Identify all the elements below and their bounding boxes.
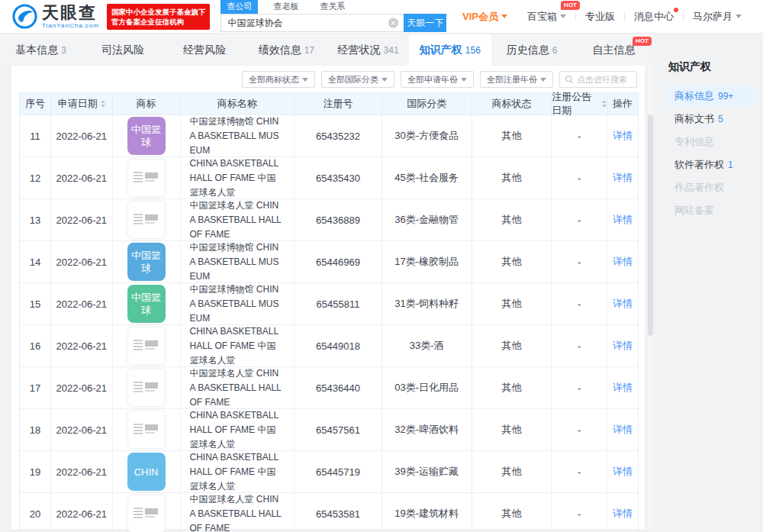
cell-index: 18	[20, 409, 51, 450]
sort-arrows-icon[interactable]	[602, 100, 607, 108]
sidebar-item-label: 商标文书	[674, 112, 714, 126]
search-button[interactable]: 天眼一下	[404, 14, 446, 32]
cell-trademark-name: 中国篮球名人堂 CHINA BASKETBALL HALL OF FAME	[181, 367, 295, 408]
menu-messages[interactable]: 消息中心	[625, 10, 683, 24]
cell-pub-date: -	[552, 157, 607, 198]
detail-link[interactable]: 详情	[613, 171, 633, 185]
detail-link[interactable]: 详情	[613, 213, 633, 227]
cell-index: 12	[20, 157, 51, 198]
trademark-image[interactable]: 中国篮球	[127, 243, 166, 281]
section-tab[interactable]: 基本信息 3	[0, 34, 82, 66]
detail-link[interactable]: 详情	[613, 339, 633, 353]
filter-dropdown[interactable]: 全部商标状态	[242, 71, 315, 88]
section-tab[interactable]: 经营状况 341	[327, 34, 409, 66]
sidebar-item[interactable]: 商标文书 5	[668, 109, 755, 129]
cell-trademark-name: CHINA BASKETBALL HALL OF FAME 中国篮球名人堂	[181, 409, 295, 450]
chevron-down-icon	[560, 15, 566, 18]
cell-intl-class: 03类-日化用品	[382, 367, 472, 408]
col-pub-date[interactable]: 注册公告日期	[552, 93, 607, 114]
filter-search-box[interactable]	[559, 71, 637, 88]
menu-user[interactable]: 马尔萨月	[684, 10, 751, 24]
col-status: 商标状态	[472, 93, 552, 114]
trademark-image[interactable]: 中国篮球	[127, 285, 166, 323]
detail-link[interactable]: 详情	[613, 465, 633, 479]
cell-trademark-name: 中国篮球博物馆 CHINA BASKETBALL MUSEUM	[181, 115, 295, 156]
search-tab-boss[interactable]: 查老板	[267, 0, 304, 14]
search-tab-relation[interactable]: 查关系	[314, 0, 351, 14]
scrollbar-thumb[interactable]	[648, 114, 653, 336]
filter-dropdown-label: 全部注册年份	[487, 74, 537, 85]
table-row: 12 2022-06-21 CHINA BASKETBALL HALL OF F…	[20, 156, 638, 198]
filter-dropdown[interactable]: 全部国际分类	[321, 71, 394, 88]
cell-pub-date: -	[552, 493, 607, 532]
cell-apply-date: 2022-06-21	[51, 451, 113, 492]
cell-apply-date: 2022-06-21	[51, 367, 113, 408]
filter-dropdown-label: 全部申请年份	[407, 74, 458, 85]
menu-pro[interactable]: 专业版	[576, 10, 624, 24]
detail-link[interactable]: 详情	[613, 255, 633, 269]
trademark-image[interactable]	[127, 411, 166, 449]
cell-trademark-name: 中国篮球名人堂 CHINA BASKETBALL HALL OF FAME	[181, 199, 295, 240]
cell-trademark	[113, 157, 181, 198]
trademark-image[interactable]	[127, 159, 166, 197]
cell-apply-date: 2022-06-21	[51, 283, 113, 324]
search-input[interactable]	[221, 14, 404, 32]
col-trademark-name: 商标名称	[180, 93, 295, 114]
sidebar-items: 商标信息 99+ 商标文书 5 专利信息 软件著作权 1 作品著作权 网站备案	[668, 86, 755, 221]
sidebar-item[interactable]: 专利信息	[668, 132, 755, 152]
cell-trademark-name: CHINA BASKETBALL HALL OF FAME 中国篮球名人堂	[181, 157, 295, 198]
cell-pub-date: -	[552, 451, 607, 492]
cell-apply-date: 2022-06-21	[51, 325, 113, 366]
trademark-image[interactable]: CHIN	[127, 453, 166, 491]
clear-icon[interactable]	[388, 18, 398, 28]
tab-count: 341	[384, 45, 399, 56]
section-tab[interactable]: 经营风险	[164, 34, 246, 66]
cell-index: 11	[20, 115, 51, 156]
cell-status: 其他	[472, 157, 552, 198]
cell-trademark-name: CHINA BASKETBALL HALL OF FAME 中国篮球名人堂	[181, 451, 295, 492]
sidebar-item[interactable]: 软件著作权 1	[668, 155, 755, 175]
cell-status: 其他	[472, 367, 552, 408]
detail-link[interactable]: 详情	[613, 129, 633, 143]
sort-arrows-icon[interactable]	[101, 100, 105, 108]
menu-toolbox[interactable]: HOT百宝箱	[518, 10, 575, 24]
trademark-image[interactable]	[127, 369, 166, 407]
section-tab[interactable]: 知识产权 156	[409, 34, 491, 66]
cell-pub-date: -	[552, 367, 607, 408]
trademark-image[interactable]: 中国篮球	[127, 117, 166, 155]
filter-row: 全部商标状态 全部国际分类 全部申请年份 全部注册年份	[11, 66, 645, 88]
tab-label: 经营状况	[338, 44, 381, 57]
section-tab[interactable]: 绩效信息 17	[246, 34, 327, 66]
cell-intl-class: 17类-橡胶制品	[382, 241, 472, 282]
vertical-scrollbar	[648, 66, 653, 529]
section-tab[interactable]: 司法风险	[82, 34, 163, 66]
sidebar-item[interactable]: 网站备案	[668, 201, 755, 221]
search-block: 查公司 查老板 查关系 天眼一下	[221, 1, 446, 32]
section-tab[interactable]: 自主信息 HOT	[573, 34, 655, 66]
trademark-image[interactable]	[127, 327, 166, 365]
detail-link[interactable]: 详情	[613, 297, 633, 311]
filter-search-input[interactable]	[577, 75, 632, 84]
site-logo[interactable]: 天眼查 TianYanCha.com	[12, 4, 99, 29]
detail-link[interactable]: 详情	[613, 381, 633, 395]
filter-dropdown[interactable]: 全部申请年份	[401, 71, 474, 88]
search-tab-company[interactable]: 查公司	[221, 0, 258, 14]
col-trademark: 商标	[113, 93, 181, 114]
cell-trademark: 中国篮球	[113, 115, 181, 156]
cell-index: 13	[20, 199, 51, 240]
trademark-placeholder-art	[134, 170, 159, 185]
sidebar-item[interactable]: 商标信息 99+	[668, 86, 755, 106]
detail-link[interactable]: 详情	[613, 423, 633, 437]
table-row: 11 2022-06-21 中国篮球 中国篮球博物馆 CHINA BASKETB…	[20, 114, 638, 156]
cell-trademark-name: 中国篮球名人堂 CHINA BASKETBALL HALL OF FAME	[181, 493, 295, 532]
sidebar-item[interactable]: 作品著作权	[668, 178, 755, 198]
detail-link[interactable]: 详情	[613, 507, 633, 521]
menu-vip[interactable]: VIP会员	[453, 10, 510, 24]
section-tab[interactable]: 历史信息 6	[491, 34, 573, 66]
trademark-image[interactable]	[127, 495, 166, 532]
trademark-image[interactable]	[127, 201, 166, 239]
col-apply-date[interactable]: 申请日期	[51, 93, 113, 114]
cell-index: 19	[20, 451, 51, 492]
tab-count: 6	[552, 45, 558, 56]
filter-dropdown[interactable]: 全部注册年份	[480, 71, 553, 88]
